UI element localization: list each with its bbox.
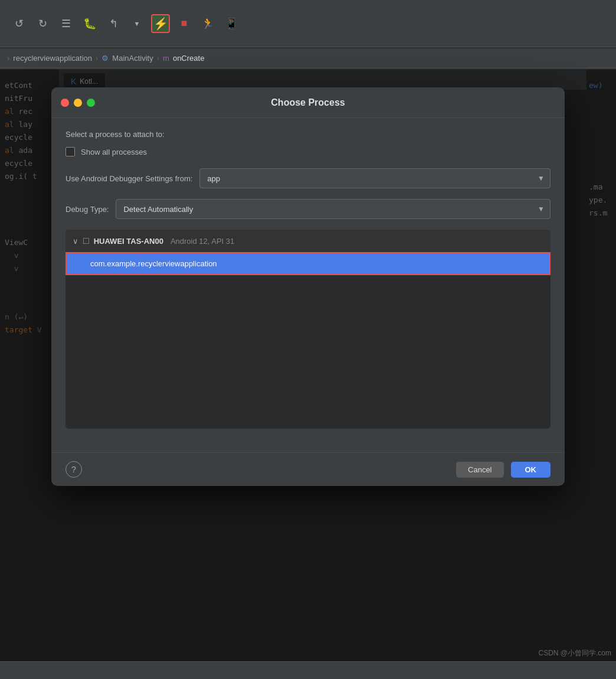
breadcrumb-chevron-2: › — [96, 54, 98, 63]
debug-type-label: Debug Type: — [65, 205, 109, 214]
device-header[interactable]: ∨ □ HUAWEI TAS-AN00 Android 12, API 31 — [65, 230, 551, 252]
debug-process-button[interactable]: ⚡ — [151, 14, 170, 33]
dialog-body: Select a process to attach to: Show all … — [51, 118, 565, 452]
process-name: com.example.recyclerviewapplication — [90, 259, 217, 268]
device-expand-icon: ∨ — [73, 237, 78, 246]
dialog-footer: ? Cancel OK — [51, 452, 565, 486]
debugger-settings-label: Use Android Debugger Settings from: — [65, 174, 192, 183]
window-controls — [61, 99, 95, 107]
cancel-button[interactable]: Cancel — [456, 462, 503, 478]
breadcrumb-method[interactable]: onCreate — [173, 54, 204, 63]
debug-type-row: Debug Type: Detect Automatically ▼ — [65, 199, 551, 219]
debug-type-select-wrapper: Detect Automatically ▼ — [116, 199, 551, 219]
phone-icon: □ — [83, 236, 89, 246]
show-all-label: Show all processes — [81, 148, 147, 156]
debug-type-select[interactable]: Detect Automatically — [116, 199, 551, 219]
breadcrumb-project[interactable]: recyclerviewapplication — [13, 54, 92, 63]
device-info: Android 12, API 31 — [171, 237, 234, 246]
breadcrumb: › recyclerviewapplication › ⚙ MainActivi… — [0, 48, 616, 68]
refresh-icon[interactable]: ↻ — [33, 14, 52, 33]
breadcrumb-icon-main: ⚙ — [101, 54, 109, 63]
close-button[interactable] — [61, 99, 69, 107]
debugger-settings-row: Use Android Debugger Settings from: app … — [65, 168, 551, 188]
breadcrumb-chevron-1: › — [7, 54, 9, 63]
list-icon[interactable]: ☰ — [57, 14, 76, 33]
attach-icon[interactable]: ↰ — [104, 14, 123, 33]
stop-button[interactable]: ■ — [175, 14, 194, 33]
ok-button[interactable]: OK — [511, 462, 551, 478]
rerun-icon[interactable]: ↺ — [9, 14, 28, 33]
minimize-button[interactable] — [74, 99, 82, 107]
debug-icon[interactable]: 🐛 — [80, 14, 99, 33]
process-item[interactable]: com.example.recyclerviewapplication — [65, 252, 551, 275]
watermark: CSDN @小曾同学.com — [538, 648, 611, 658]
statusbar — [0, 661, 616, 679]
modal-overlay: Choose Process Select a process to attac… — [0, 70, 616, 679]
profile-icon[interactable]: 📱 — [222, 14, 241, 33]
device-list-empty-space — [65, 275, 551, 429]
device-list-container: ∨ □ HUAWEI TAS-AN00 Android 12, API 31 c… — [65, 230, 551, 429]
debugger-settings-select[interactable]: app — [199, 168, 551, 188]
help-button[interactable]: ? — [65, 461, 82, 478]
breadcrumb-icon-method: m — [163, 54, 169, 63]
dropdown-arrow-icon[interactable]: ▼ — [127, 14, 146, 33]
dialog-titlebar: Choose Process — [51, 87, 565, 118]
device-name: HUAWEI TAS-AN00 — [94, 237, 163, 246]
show-all-processes-row: Show all processes — [65, 147, 551, 156]
breadcrumb-activity[interactable]: MainActivity — [112, 54, 153, 63]
maximize-button[interactable] — [87, 99, 95, 107]
show-all-checkbox[interactable] — [65, 147, 75, 156]
choose-process-dialog: Choose Process Select a process to attac… — [51, 87, 565, 486]
run-coverage-icon[interactable]: 🏃 — [198, 14, 217, 33]
debugger-settings-select-wrapper: app ▼ — [199, 168, 551, 188]
toolbar: ↺ ↻ ☰ 🐛 ↰ ▼ ⚡ ■ 🏃 📱 — [0, 0, 616, 47]
dialog-title: Choose Process — [271, 97, 345, 108]
dialog-subtitle: Select a process to attach to: — [65, 130, 551, 139]
breadcrumb-chevron-3: › — [157, 54, 159, 63]
